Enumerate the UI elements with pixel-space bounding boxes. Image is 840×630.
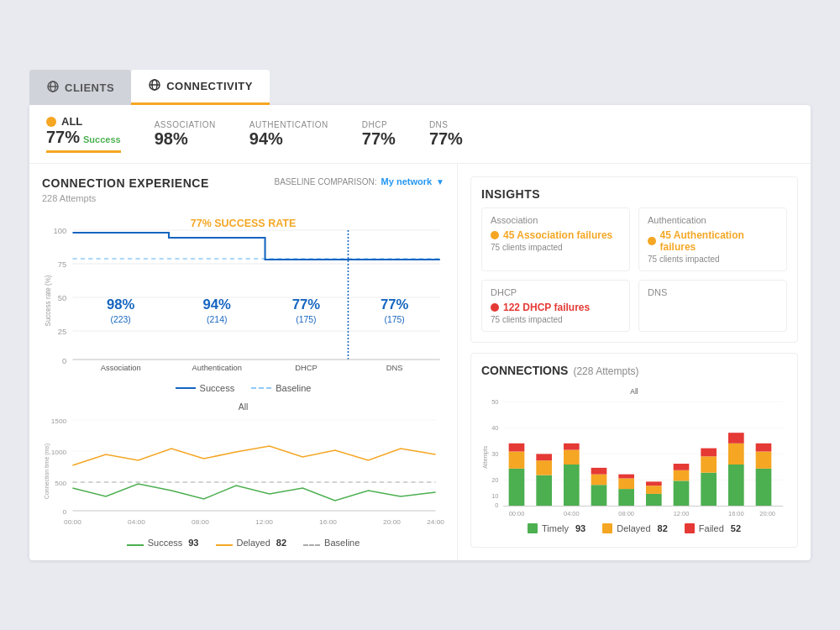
stat-association[interactable]: ASSOCIATION 98% [155, 120, 216, 149]
globe-icon-connectivity [148, 78, 161, 94]
svg-rect-89 [728, 465, 744, 506]
svg-text:100: 100 [54, 227, 67, 235]
stat-association-value: 98% [155, 129, 216, 149]
bar-chart: 100 75 50 25 0 Success rate (%) [42, 217, 444, 376]
insight-card-association: Association 45 Association failures 75 c… [481, 207, 630, 271]
legend-success-line [176, 387, 196, 389]
svg-text:Attempts: Attempts [483, 445, 490, 468]
insight-dhcp-failures-text: 122 DHCP failures [503, 302, 590, 313]
legend-stacked-timely: Timely 93 [528, 523, 585, 533]
svg-text:All: All [630, 386, 638, 395]
insight-card-dhcp: DHCP 122 DHCP failures 75 clients impact… [481, 280, 630, 332]
legend-failed-label: Failed [699, 523, 724, 533]
insight-card-dhcp-title: DHCP [491, 287, 621, 297]
tab-connectivity[interactable]: CONNECTIVITY [131, 70, 270, 105]
tab-connectivity-label: CONNECTIVITY [166, 80, 253, 92]
svg-text:04:00: 04:00 [128, 518, 145, 526]
svg-text:08:00: 08:00 [618, 510, 634, 517]
tab-clients[interactable]: CLIENTS [29, 70, 131, 105]
left-column: CONNECTION EXPERIENCE 228 Attempts BASEL… [29, 164, 458, 560]
insight-association-clients: 75 clients impacted [491, 243, 621, 252]
stat-dhcp[interactable]: DHCP 77% [362, 120, 396, 149]
svg-rect-76 [591, 468, 607, 475]
svg-rect-70 [536, 454, 552, 460]
svg-rect-88 [701, 449, 717, 457]
svg-rect-80 [646, 494, 662, 507]
insights-title: INSIGHTS [481, 187, 787, 201]
svg-text:Connection time (ms): Connection time (ms) [44, 444, 50, 499]
connections-panel: CONNECTIONS (228 Attempts) All 50 40 30 … [470, 353, 798, 548]
svg-rect-85 [674, 464, 690, 470]
svg-text:10: 10 [491, 492, 498, 500]
legend-delayed-box [602, 523, 612, 533]
stacked-chart: All 50 40 30 20 10 0 Attempts [481, 384, 787, 518]
svg-rect-90 [728, 444, 744, 465]
svg-rect-92 [756, 469, 772, 507]
stat-all[interactable]: ALL 77% Success [46, 115, 121, 153]
legend-failed-count: 52 [731, 523, 741, 533]
svg-text:04:00: 04:00 [564, 510, 580, 517]
insights-grid: Association 45 Association failures 75 c… [481, 207, 787, 332]
dot-dhcp [491, 303, 499, 312]
insight-dhcp-clients: 75 clients impacted [491, 315, 621, 324]
svg-rect-73 [564, 444, 580, 450]
insight-card-dns-title: DNS [648, 287, 778, 297]
tab-clients-label: CLIENTS [65, 81, 114, 94]
connections-header: CONNECTIONS (228 Attempts) [481, 364, 787, 377]
stacked-chart-legend: Timely 93 Delayed 82 Failed 52 [481, 523, 787, 533]
svg-text:00:00: 00:00 [64, 518, 81, 526]
svg-text:500: 500 [55, 480, 66, 487]
svg-rect-68 [536, 475, 552, 507]
chevron-down-icon[interactable]: ▼ [436, 177, 444, 186]
stat-dns-value: 77% [429, 129, 463, 149]
svg-rect-91 [728, 433, 744, 444]
legend-stacked-delayed: Delayed 82 [602, 523, 668, 533]
insight-authentication-failure: 45 Authentication failures [648, 229, 778, 253]
legend-success: Success [176, 383, 235, 393]
line-chart: All 1500 1000 500 0 Connection time (ms) [42, 400, 444, 534]
svg-text:1500: 1500 [51, 417, 67, 425]
line-chart-legend: Success 93 Delayed 82 Baseline [42, 538, 444, 548]
stat-dhcp-value: 77% [362, 129, 396, 149]
svg-rect-71 [564, 465, 580, 506]
stat-authentication[interactable]: AUTHENTICATION 94% [249, 120, 328, 149]
svg-text:0: 0 [62, 357, 66, 365]
svg-rect-87 [701, 456, 717, 472]
stats-bar: ALL 77% Success ASSOCIATION 98% AUTHENTI… [29, 105, 811, 164]
legend-timely-box [528, 523, 538, 533]
insights-panel: INSIGHTS Association 45 Association fail… [470, 176, 798, 343]
svg-rect-86 [701, 473, 717, 507]
legend-success-label: Success [200, 383, 235, 393]
svg-text:16:00: 16:00 [728, 510, 744, 517]
svg-text:30: 30 [491, 450, 498, 458]
svg-rect-81 [646, 486, 662, 494]
two-col-layout: CONNECTION EXPERIENCE 228 Attempts BASEL… [29, 164, 811, 560]
svg-text:40: 40 [491, 424, 498, 432]
insight-association-failures-text: 45 Association failures [503, 229, 612, 241]
stat-all-label: ALL [61, 115, 82, 128]
legend-lc-delayed-label: Delayed [237, 538, 270, 548]
svg-text:1000: 1000 [51, 449, 67, 456]
svg-text:24:00: 24:00 [427, 518, 444, 526]
svg-text:20:00: 20:00 [759, 510, 775, 517]
svg-text:98%: 98% [107, 297, 135, 312]
stat-dns[interactable]: DNS 77% [429, 120, 463, 149]
connection-experience-attempts: 228 Attempts [42, 193, 209, 203]
svg-text:Association: Association [101, 364, 141, 372]
dot-association [491, 231, 499, 239]
stat-authentication-label: AUTHENTICATION [249, 120, 328, 129]
svg-rect-78 [618, 478, 634, 489]
svg-rect-79 [618, 475, 634, 479]
globe-icon-clients [46, 80, 60, 96]
svg-text:DHCP: DHCP [295, 364, 318, 372]
legend-lc-delayed: Delayed 82 [216, 538, 287, 548]
legend-timely-count: 93 [575, 523, 585, 533]
svg-rect-69 [536, 460, 552, 475]
svg-text:50: 50 [491, 398, 498, 406]
stat-association-label: ASSOCIATION [155, 120, 216, 129]
svg-rect-77 [618, 489, 634, 506]
insight-authentication-failures-text: 45 Authentication failures [660, 229, 778, 253]
svg-rect-94 [756, 444, 772, 452]
legend-lc-baseline-label: Baseline [324, 538, 360, 548]
insight-card-authentication: Authentication 45 Authentication failure… [638, 207, 787, 271]
